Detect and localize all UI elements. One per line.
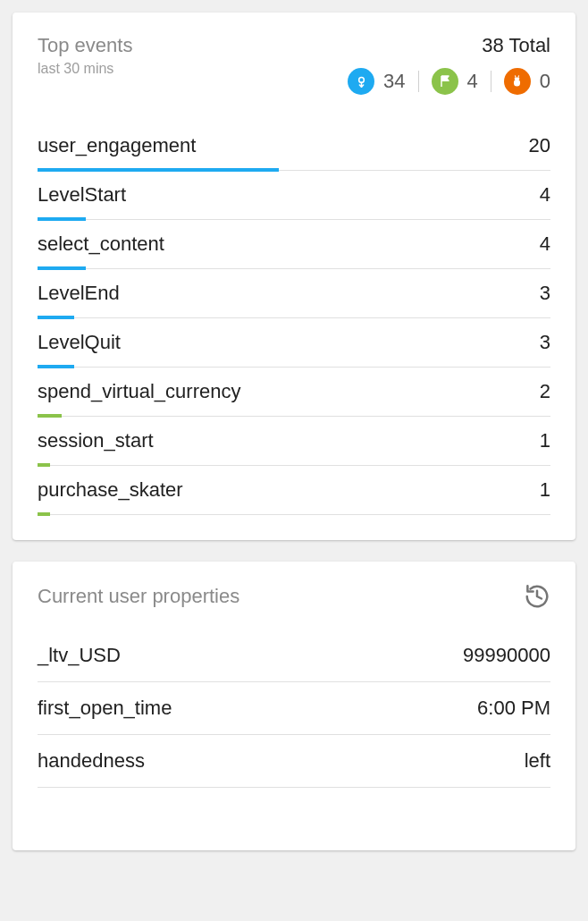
user-properties-card: Current user properties _ltv_USD99990000… (13, 562, 575, 850)
property-value: 6:00 PM (477, 697, 550, 720)
event-row[interactable]: spend_virtual_currency2 (38, 368, 550, 417)
event-count: 4 (540, 232, 550, 256)
stat-divider-2 (491, 71, 491, 92)
event-name: user_engagement (38, 134, 196, 157)
event-row[interactable]: purchase_skater1 (38, 466, 550, 515)
event-count: 1 (540, 478, 550, 502)
header-left: Top events last 30 mins (38, 34, 132, 77)
stat-touch: 34 (348, 68, 417, 95)
event-row[interactable]: LevelQuit3 (38, 318, 550, 368)
event-count: 1 (540, 429, 550, 452)
bug-count: 0 (540, 70, 550, 93)
user-properties-header: Current user properties (38, 583, 550, 613)
property-value: 99990000 (463, 644, 550, 667)
svg-line-3 (516, 75, 517, 77)
event-content: LevelEnd3 (38, 269, 550, 317)
event-name: LevelEnd (38, 282, 120, 305)
event-count: 3 (540, 282, 550, 305)
user-properties-title: Current user properties (38, 585, 239, 608)
property-name: _ltv_USD (38, 644, 121, 667)
top-events-subtitle: last 30 mins (38, 61, 132, 77)
event-count: 2 (540, 380, 550, 403)
flag-icon (432, 68, 458, 95)
props-list: _ltv_USD99990000first_open_time6:00 PMha… (38, 629, 550, 788)
event-content: session_start1 (38, 417, 550, 465)
property-name: handedness (38, 749, 145, 773)
top-events-card: Top events last 30 mins 38 Total 34 (13, 13, 575, 540)
events-list: user_engagement20LevelStart4select_conte… (38, 122, 550, 515)
event-row[interactable]: session_start1 (38, 417, 550, 466)
svg-rect-2 (515, 77, 520, 80)
property-row[interactable]: handednessleft (38, 735, 550, 788)
event-content: select_content4 (38, 220, 550, 268)
stat-bug: 0 (504, 68, 550, 95)
property-name: first_open_time (38, 697, 172, 720)
event-name: LevelStart (38, 183, 126, 207)
property-value: left (525, 749, 550, 773)
flag-count: 4 (467, 70, 478, 93)
touch-icon (348, 68, 374, 95)
event-content: LevelStart4 (38, 171, 550, 219)
top-events-title: Top events (38, 34, 132, 57)
bug-icon (504, 68, 531, 95)
event-row[interactable]: user_engagement20 (38, 122, 550, 171)
event-name: purchase_skater (38, 478, 183, 502)
property-row[interactable]: first_open_time6:00 PM (38, 682, 550, 735)
top-events-header: Top events last 30 mins 38 Total 34 (38, 34, 550, 95)
event-content: spend_virtual_currency2 (38, 368, 550, 416)
event-name: select_content (38, 232, 164, 256)
stat-divider-1 (418, 71, 419, 92)
header-right: 38 Total 34 (348, 34, 550, 95)
svg-line-4 (518, 75, 519, 77)
event-content: user_engagement20 (38, 122, 550, 170)
event-row[interactable]: LevelEnd3 (38, 269, 550, 318)
event-name: LevelQuit (38, 331, 121, 354)
event-count: 4 (540, 183, 550, 207)
event-content: LevelQuit3 (38, 318, 550, 367)
event-count: 3 (540, 331, 550, 354)
event-content: purchase_skater1 (38, 466, 550, 514)
svg-point-0 (358, 77, 364, 82)
touch-count: 34 (383, 70, 405, 93)
event-bar (38, 512, 50, 516)
history-icon[interactable] (524, 583, 550, 613)
event-name: session_start (38, 429, 154, 452)
total-label: 38 Total (482, 34, 550, 57)
stat-flag: 4 (432, 68, 491, 95)
stat-pills: 34 4 (348, 68, 550, 95)
event-count: 20 (529, 134, 550, 157)
svg-rect-1 (514, 80, 520, 87)
event-row[interactable]: select_content4 (38, 220, 550, 269)
property-row[interactable]: _ltv_USD99990000 (38, 629, 550, 682)
event-row[interactable]: LevelStart4 (38, 171, 550, 220)
event-name: spend_virtual_currency (38, 380, 240, 403)
